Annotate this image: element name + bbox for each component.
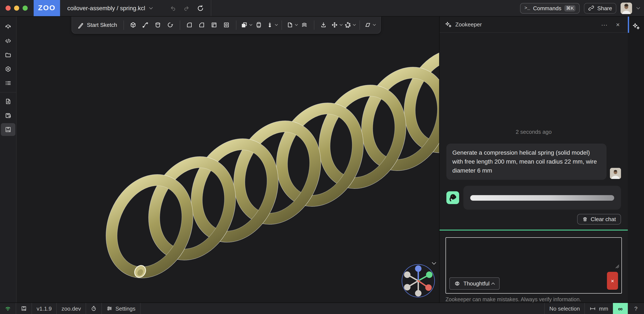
modeling-toolbar: Start Sketch xyxy=(72,16,381,34)
back-button[interactable] xyxy=(170,5,176,12)
import-button[interactable] xyxy=(318,19,330,31)
chat-input[interactable] xyxy=(448,240,619,269)
help-icon: ? xyxy=(634,305,638,312)
axis-neg-y-handle xyxy=(404,272,410,278)
infinity-mode-button[interactable]: ∞ xyxy=(613,303,628,314)
help-button[interactable]: ? xyxy=(628,303,644,314)
zookeeper-toggle-button[interactable] xyxy=(630,20,642,33)
chamfer-button[interactable] xyxy=(196,19,208,31)
sidebar-item-code[interactable] xyxy=(2,34,14,47)
share-button[interactable]: Share xyxy=(584,3,616,14)
back-arrow-icon xyxy=(170,5,176,12)
app-version[interactable]: v1.1.9 xyxy=(32,303,57,314)
viewport-3d[interactable]: Start Sketch xyxy=(16,16,439,302)
sidebar-item-file-import[interactable] xyxy=(2,95,14,108)
folder-icon xyxy=(5,52,12,58)
pen-icon xyxy=(78,22,84,28)
gizmo-menu-button[interactable] xyxy=(432,260,435,266)
chevron-down-icon xyxy=(295,23,298,26)
sidebar-item-project-files[interactable] xyxy=(2,48,14,61)
sidebar-item-logs[interactable] xyxy=(2,77,14,90)
assistant-message-row xyxy=(446,186,621,210)
sidebar-item-machine[interactable] xyxy=(1,123,15,136)
revolve-icon xyxy=(167,22,174,28)
sidebar-item-file-export[interactable] xyxy=(2,109,14,122)
history-nav xyxy=(170,4,204,12)
chat-input-box: Thoughtful × xyxy=(446,237,622,294)
stop-button[interactable]: × xyxy=(607,272,618,290)
chevron-down-icon xyxy=(149,6,153,9)
sweep-button[interactable] xyxy=(140,19,152,31)
extrude-button[interactable] xyxy=(127,19,139,31)
fillet-button[interactable] xyxy=(184,19,196,31)
chat-history[interactable]: 2 seconds ago Generate a compression hel… xyxy=(440,33,628,230)
close-window-button[interactable] xyxy=(6,6,11,11)
pattern-button[interactable] xyxy=(343,19,356,31)
user-menu-chevron-icon[interactable] xyxy=(636,6,640,9)
zookeeper-avatar xyxy=(446,191,459,204)
link-icon xyxy=(588,5,594,11)
point-icon xyxy=(267,22,273,28)
resize-handle-icon[interactable] xyxy=(616,264,619,268)
pattern-icon xyxy=(344,22,351,28)
machine-status-button[interactable] xyxy=(16,303,32,314)
commands-button[interactable]: >_ Commands ⌘K xyxy=(520,3,580,14)
units-button[interactable]: mm xyxy=(584,303,613,314)
minimize-window-button[interactable] xyxy=(14,6,19,11)
list-icon xyxy=(5,80,12,86)
user-avatar[interactable] xyxy=(620,2,632,14)
refresh-button[interactable] xyxy=(197,4,204,12)
brain-icon xyxy=(454,280,460,287)
start-sketch-button[interactable]: Start Sketch xyxy=(76,19,120,31)
plane-button[interactable] xyxy=(285,19,298,31)
selection-label: No selection xyxy=(550,305,580,312)
sidebar-divider xyxy=(0,92,16,92)
loft-button[interactable] xyxy=(152,19,164,31)
forward-button[interactable] xyxy=(183,5,190,12)
statusbar-spacer xyxy=(140,303,544,314)
sidebar-item-feature-tree[interactable] xyxy=(2,20,14,33)
axis-y-handle xyxy=(426,272,432,278)
import-icon xyxy=(320,22,327,28)
sidebar-item-variables[interactable] xyxy=(2,63,14,76)
user-avatar-image xyxy=(610,168,621,179)
zoo-dev-link[interactable]: zoo.dev xyxy=(57,303,86,314)
model-mode-label: Thoughtful xyxy=(464,280,490,287)
boolean-button[interactable] xyxy=(240,19,252,31)
panel-menu-button[interactable]: ··· xyxy=(598,20,610,29)
project-breadcrumb[interactable]: coilover-assembly / spring.kcl xyxy=(67,5,152,12)
hole-button[interactable] xyxy=(221,19,232,31)
sketch-plane-button[interactable] xyxy=(363,19,376,31)
point-button[interactable] xyxy=(265,19,278,31)
printer-3d-icon xyxy=(21,306,27,312)
revolve-button[interactable] xyxy=(164,19,176,31)
clear-chat-button[interactable]: Clear chat xyxy=(577,214,621,224)
sparkles-icon xyxy=(445,21,452,28)
refresh-icon xyxy=(197,4,204,12)
model-mode-selector[interactable]: Thoughtful xyxy=(449,277,500,290)
settings-button[interactable]: Settings xyxy=(102,303,140,314)
plane-icon xyxy=(287,22,293,28)
network-status-button[interactable] xyxy=(0,303,16,314)
helix-button[interactable] xyxy=(298,19,310,31)
chamfer-icon xyxy=(199,22,205,28)
split-button[interactable] xyxy=(253,19,265,31)
zoo-logo[interactable]: ZOO xyxy=(34,0,60,16)
move-button[interactable] xyxy=(330,19,343,31)
assistant-message-bubble xyxy=(464,186,621,210)
user-message-row: Generate a compression helical spring (s… xyxy=(446,144,621,180)
timer-button[interactable] xyxy=(86,303,102,314)
message-timestamp: 2 seconds ago xyxy=(446,129,621,135)
shell-button[interactable] xyxy=(208,19,220,31)
window-controls xyxy=(6,6,28,11)
spring-coils xyxy=(91,36,439,292)
chevron-down-icon xyxy=(249,23,252,26)
zoom-window-button[interactable] xyxy=(22,6,28,11)
start-sketch-label: Start Sketch xyxy=(87,22,117,28)
boolean-icon xyxy=(241,22,248,28)
panel-close-button[interactable]: × xyxy=(613,20,622,29)
zookeeper-panel-header: Zookeeper ··· × xyxy=(440,16,628,33)
helix-icon xyxy=(301,22,308,28)
titlebar-actions: >_ Commands ⌘K Share xyxy=(520,2,644,14)
orientation-gizmo[interactable] xyxy=(401,263,436,298)
